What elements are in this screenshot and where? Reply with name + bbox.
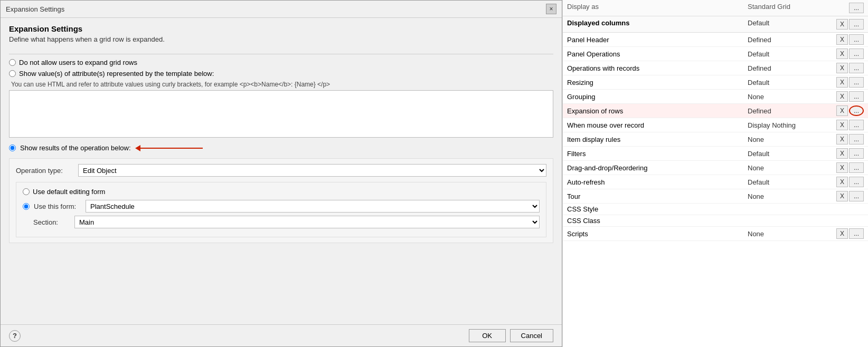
operation-section: Operation type: Edit Object Use default … (9, 158, 553, 243)
radio-show-value-row: Show value(s) of attribute(s) represente… (9, 70, 553, 78)
row-x-button[interactable]: X (836, 77, 848, 88)
row-actions: X... (832, 63, 864, 73)
radio-show-value-label[interactable]: Show value(s) of attribute(s) represente… (19, 70, 214, 78)
section-label: Section: (23, 218, 70, 226)
footer-buttons: OK Cancel (469, 329, 553, 342)
radio-show-results-label[interactable]: Show results of the operation below: (20, 144, 131, 152)
dialog-titlebar: Expansion Settings × (1, 1, 562, 18)
row-actions: X... (832, 162, 864, 173)
operation-type-select[interactable]: Edit Object (78, 164, 546, 177)
row-value: Defined (748, 36, 832, 44)
row-x-button[interactable]: X (836, 148, 848, 159)
header-x-button[interactable]: X (836, 19, 848, 30)
table-row: GroupingNoneX... (563, 90, 868, 104)
row-x-button[interactable]: X (836, 91, 848, 102)
row-x-button[interactable]: X (836, 228, 848, 239)
radio-no-expand[interactable] (9, 59, 16, 66)
row-x-button[interactable]: X (836, 191, 848, 201)
row-dots-button[interactable]: ... (849, 120, 864, 130)
row-x-button[interactable]: X (836, 105, 848, 116)
row-x-button[interactable]: X (836, 63, 848, 73)
row-name: CSS Style (567, 205, 748, 213)
row-dots-button[interactable]: ... (849, 162, 864, 173)
row-name: Scripts (567, 230, 748, 238)
row-dots-button[interactable]: ... (849, 148, 864, 159)
separator (9, 54, 553, 54)
row-dots-button[interactable]: ... (849, 134, 864, 144)
radio-no-expand-label[interactable]: Do not allow users to expand grid rows (19, 59, 137, 66)
row-name: Tour (567, 192, 748, 200)
row-actions: X... (832, 177, 864, 187)
use-this-form-row: Use this form: PlantSchedule (23, 200, 540, 213)
row-value: Default (748, 178, 832, 186)
row-dots-button[interactable]: ... (849, 177, 864, 187)
radio-use-default[interactable] (23, 188, 30, 195)
row-x-button[interactable]: X (836, 120, 848, 130)
row-dots-button[interactable]: ... (849, 49, 864, 59)
table-row: When mouse over recordDisplay NothingX..… (563, 118, 868, 132)
row-actions: X... (832, 77, 864, 88)
row-dots-button[interactable]: ... (849, 63, 864, 73)
table-row: ResizingDefaultX... (563, 75, 868, 90)
row-actions: X... (832, 105, 864, 116)
use-this-form-label[interactable]: Use this form: (34, 203, 81, 210)
header-dots-button2[interactable]: ... (849, 19, 864, 30)
row-dots-button[interactable]: ... (849, 228, 864, 239)
section-select[interactable]: Main (74, 216, 540, 228)
row-actions: X... (832, 228, 864, 239)
header-dots-button[interactable]: ... (849, 3, 864, 13)
row-x-button[interactable]: X (836, 134, 848, 144)
table-row: Panel OperationsDefaultX... (563, 47, 868, 61)
row-dots-button[interactable]: ... (849, 105, 864, 116)
operation-type-row: Operation type: Edit Object (16, 164, 546, 177)
expansion-settings-dialog: Expansion Settings × Expansion Settings … (0, 0, 562, 347)
row-value: Defined (748, 107, 832, 115)
row-x-button[interactable]: X (836, 34, 848, 45)
table-row: Operations with recordsDefinedX... (563, 61, 868, 75)
radio-no-expand-row: Do not allow users to expand grid rows (9, 59, 553, 66)
cancel-button[interactable]: Cancel (510, 329, 553, 342)
table-row: Expansion of rowsDefinedX... (563, 104, 868, 118)
table-row: CSS Style (563, 204, 868, 215)
row-dots-button[interactable]: ... (849, 91, 864, 102)
row-dots-button[interactable]: ... (849, 77, 864, 88)
row-x-button[interactable]: X (836, 177, 848, 187)
arrow-line (139, 148, 203, 149)
dialog-body: Expansion Settings Define what happens w… (1, 18, 562, 324)
help-button[interactable]: ? (9, 330, 21, 342)
template-textarea[interactable] (9, 90, 553, 138)
row-actions: X... (832, 49, 864, 59)
displayed-columns-header: Displayed columns Default X ... (563, 16, 868, 33)
table-row: TourNoneX... (563, 189, 868, 204)
row-value: None (748, 192, 832, 200)
default-label: Default (748, 19, 832, 30)
dialog-heading: Expansion Settings (9, 24, 553, 33)
radio-show-value[interactable] (9, 70, 16, 77)
row-value: Defined (748, 64, 832, 72)
row-x-button[interactable]: X (836, 49, 848, 59)
rows-container: Panel HeaderDefinedX...Panel OperationsD… (563, 33, 868, 241)
dialog-footer: ? OK Cancel (1, 324, 562, 346)
footer-left: ? (9, 330, 21, 342)
row-dots-button[interactable]: ... (849, 34, 864, 45)
row-actions: X... (832, 91, 864, 102)
standard-grid-label: Standard Grid (748, 3, 832, 13)
radio-use-this-form[interactable] (23, 203, 30, 210)
row-name: Drag-and-drop/Reordering (567, 164, 748, 172)
right-panel-top-header: Display as Standard Grid ... (563, 0, 868, 16)
close-button[interactable]: × (546, 4, 556, 14)
use-default-label[interactable]: Use default editing form (33, 188, 105, 196)
row-x-button[interactable]: X (836, 162, 848, 173)
row-name: Filters (567, 150, 748, 158)
ok-button[interactable]: OK (469, 329, 506, 342)
hint-text: You can use HTML and refer to attribute … (11, 81, 553, 88)
use-this-form-select[interactable]: PlantSchedule (86, 200, 540, 213)
row-name: Resizing (567, 79, 748, 86)
section-row: Section: Main (23, 216, 540, 228)
row-value: None (748, 93, 832, 101)
row-actions: X... (832, 34, 864, 45)
row-dots-button[interactable]: ... (849, 191, 864, 201)
row-name: Panel Header (567, 36, 748, 44)
row-value: Default (748, 150, 832, 158)
radio-show-results[interactable] (9, 144, 16, 151)
